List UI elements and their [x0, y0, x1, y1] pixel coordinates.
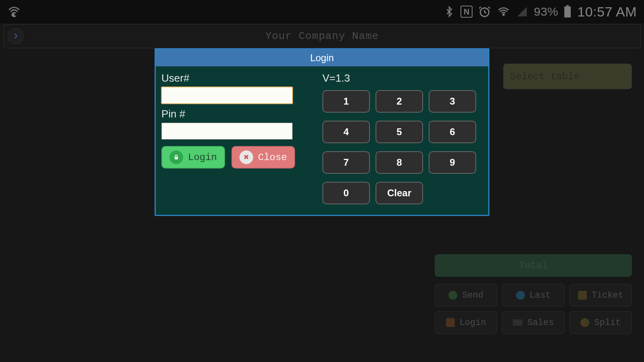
keypad-2[interactable]: 2 — [376, 90, 423, 113]
keypad-0[interactable]: 0 — [322, 182, 370, 204]
close-button-label: Close — [258, 152, 287, 163]
pin-number-input[interactable] — [161, 123, 293, 140]
login-dialog: Login User# Pin # Login ✖ Close V=1 — [155, 48, 489, 216]
keypad-8[interactable]: 8 — [376, 151, 423, 174]
keypad-7[interactable]: 7 — [322, 151, 370, 174]
user-number-input[interactable] — [161, 87, 293, 104]
numeric-keypad: 1 2 3 4 5 6 7 8 9 0 Clear — [322, 90, 483, 204]
login-button-label: Login — [188, 152, 217, 163]
user-label: User# — [161, 72, 298, 84]
keypad-4[interactable]: 4 — [322, 121, 370, 143]
dialog-title: Login — [156, 49, 488, 66]
svg-rect-4 — [175, 157, 178, 159]
pin-label: Pin # — [161, 108, 298, 120]
close-button[interactable]: ✖ Close — [231, 146, 295, 169]
login-button[interactable]: Login — [161, 146, 225, 169]
version-label: V=1.3 — [322, 72, 483, 84]
keypad-1[interactable]: 1 — [322, 90, 370, 113]
keypad-3[interactable]: 3 — [429, 90, 476, 113]
keypad-6[interactable]: 6 — [429, 121, 476, 143]
close-icon: ✖ — [239, 150, 253, 164]
keypad-9[interactable]: 9 — [429, 151, 476, 174]
lock-icon — [169, 150, 183, 164]
keypad-5[interactable]: 5 — [376, 121, 423, 143]
keypad-clear[interactable]: Clear — [376, 182, 423, 204]
